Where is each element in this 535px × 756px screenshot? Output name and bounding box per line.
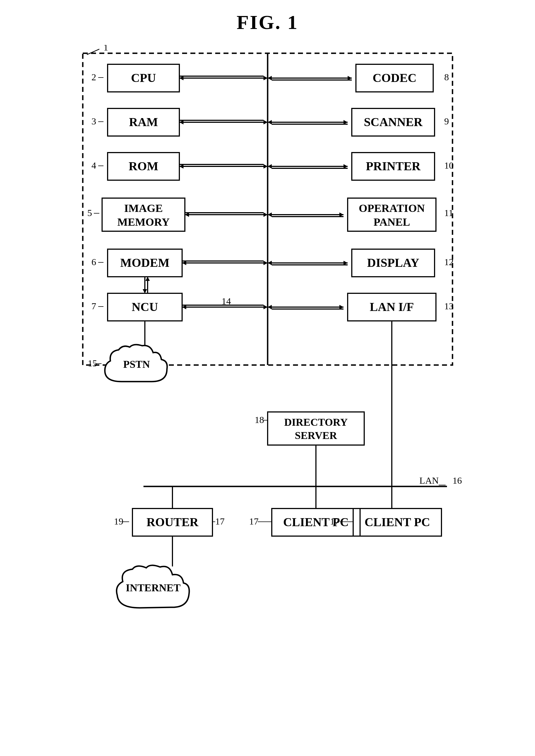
ref-17c-label: 17	[330, 516, 339, 526]
internet-label: INTERNET	[126, 582, 181, 594]
image-memory-line2: MEMORY	[117, 216, 170, 228]
display-label: DISPLAY	[367, 256, 419, 269]
ref-13: 13	[444, 301, 454, 311]
pstn-cloud: PSTN	[105, 345, 167, 381]
dir-server-line2: SERVER	[295, 430, 337, 441]
dir-server-line1: DIRECTORY	[284, 416, 347, 428]
ref-5: 5	[87, 208, 92, 218]
ref-14: 14	[222, 296, 231, 306]
figure-title: FIG. 1	[47, 11, 488, 34]
ref-10: 10	[444, 160, 454, 171]
ref-1-label: 1	[103, 45, 108, 52]
svg-marker-61	[145, 277, 150, 281]
ref-4: 4	[91, 160, 96, 171]
ram-label: RAM	[129, 115, 158, 129]
router-label: ROUTER	[146, 516, 198, 529]
lan-if-label: LAN I/F	[369, 300, 413, 314]
printer-label: PRINTER	[366, 159, 420, 173]
internet-cloud: INTERNET	[116, 565, 189, 608]
op-panel-line1: OPERATION	[359, 202, 425, 214]
modem-label: MODEM	[120, 256, 169, 269]
rom-label: ROM	[128, 159, 158, 173]
main-diagram-svg: 1 CPU 2 CODEC	[61, 45, 475, 735]
pstn-label: PSTN	[123, 358, 150, 370]
ref-7: 7	[91, 301, 96, 311]
image-memory-line1: IMAGE	[124, 202, 163, 214]
ref-12: 12	[444, 257, 454, 267]
codec-label: CODEC	[373, 71, 416, 85]
ref-2: 2	[91, 72, 96, 82]
client-pc2-label: CLIENT PC	[364, 516, 430, 529]
ncu-label: NCU	[132, 300, 158, 314]
op-panel-line2: PANEL	[373, 216, 410, 228]
ref-9: 9	[444, 116, 449, 126]
ref-19: 19	[114, 516, 123, 526]
cpu-label: CPU	[131, 71, 155, 85]
ref-17b-label: 17	[249, 516, 259, 526]
ref-11: 11	[444, 208, 453, 218]
scanner-label: SCANNER	[364, 115, 423, 129]
svg-marker-59	[143, 289, 147, 293]
ref-16: 16	[453, 475, 462, 486]
ref-18: 18	[255, 415, 264, 425]
ref-8: 8	[444, 72, 449, 82]
ref-17a-label: 17	[215, 516, 225, 526]
lan-label: LAN	[419, 475, 439, 486]
ref-15: 15	[88, 358, 97, 368]
ref-6: 6	[91, 257, 96, 267]
ref-3: 3	[91, 116, 96, 126]
diagram: 1 CPU 2 CODEC	[47, 45, 488, 735]
